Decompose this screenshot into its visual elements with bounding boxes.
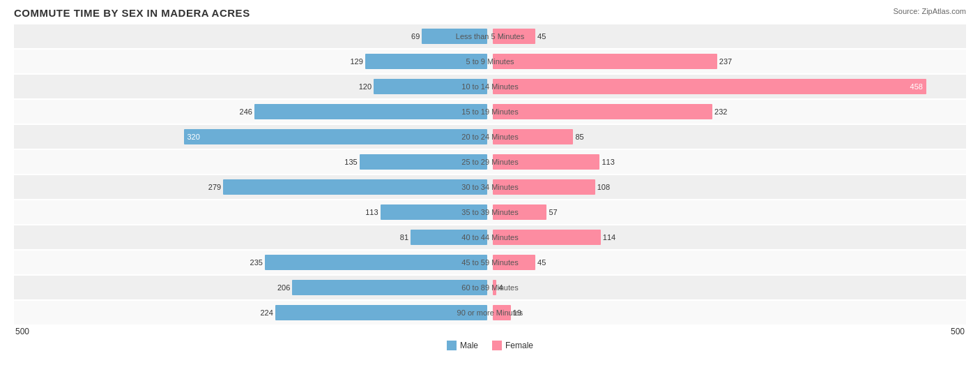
bars-area: 69Less than 5 Minutes451295 to 9 Minutes… [14,24,966,325]
female-bar: 4 [493,280,496,295]
left-section: 129 [14,50,490,73]
left-section: 279 [14,175,490,199]
female-value: 4 [498,283,503,292]
male-bar: 120 [374,79,487,94]
right-section: 458 [490,75,966,98]
female-bar: 458 [493,79,926,94]
female-bar: 232 [493,104,712,119]
male-value: 224 [260,308,273,317]
male-value: 320 [187,133,199,141]
bar-row: 27930 to 34 Minutes108 [14,175,966,199]
male-bar: 113 [381,204,487,220]
male-swatch [447,341,457,350]
chart-title: COMMUTE TIME BY SEX IN MADERA ACRES [14,7,966,19]
female-value: 85 [575,133,583,141]
right-section: 45 [490,24,966,48]
male-value: 113 [365,208,378,216]
male-bar: 69 [422,29,487,44]
female-bar: 45 [493,29,535,44]
axis-left: 500 [15,327,29,336]
left-section: 113 [14,200,490,224]
male-bar: 279 [223,179,487,195]
female-value: 114 [603,233,615,241]
female-value: 19 [513,308,521,317]
female-bar: 237 [493,54,717,69]
chart-container: COMMUTE TIME BY SEX IN MADERA ACRES Sour… [0,0,980,365]
bar-row: 11335 to 39 Minutes57 [14,200,966,224]
right-section: 232 [490,100,966,124]
male-bar: 235 [265,255,487,270]
male-value: 129 [350,57,362,66]
right-section: 114 [490,225,966,249]
male-value: 135 [344,158,357,166]
left-section: 224 [14,301,490,325]
male-value: 81 [400,233,408,241]
male-value: 279 [208,183,221,191]
bar-row: 22490 or more Minutes19 [14,301,966,325]
female-label: Female [505,341,533,350]
right-section: 19 [490,301,966,325]
axis-right: 500 [951,327,965,336]
left-section: 206 [14,276,490,299]
left-section: 320 [14,125,490,149]
right-section: 113 [490,150,966,174]
axis-labels: 500 500 [14,327,966,336]
bar-row: 13525 to 29 Minutes113 [14,150,966,174]
male-bar: 129 [365,54,487,69]
bar-row: 1295 to 9 Minutes237 [14,50,966,73]
male-bar: 206 [292,280,487,295]
male-bar: 246 [254,104,487,119]
bar-row: 23545 to 59 Minutes45 [14,251,966,274]
bar-row: 32020 to 24 Minutes85 [14,125,966,149]
left-section: 69 [14,24,490,48]
bar-row: 24615 to 19 Minutes232 [14,100,966,124]
male-bar: 320 [184,129,487,144]
male-value: 235 [250,258,263,267]
female-bar: 108 [493,179,595,195]
left-section: 120 [14,75,490,98]
female-swatch [492,341,502,350]
right-section: 237 [490,50,966,73]
female-bar: 114 [493,230,601,245]
right-section: 4 [490,276,966,299]
right-section: 85 [490,125,966,149]
right-section: 57 [490,200,966,224]
male-bar: 224 [275,305,487,320]
female-bar: 85 [493,129,573,144]
legend-male: Male [447,341,478,350]
bar-row: 20660 to 89 Minutes4 [14,276,966,299]
male-value: 206 [277,283,290,292]
source-text: Source: ZipAtlas.com [893,7,966,15]
female-bar: 19 [493,305,511,320]
female-value: 45 [537,32,546,40]
female-value: 237 [719,57,732,66]
female-value: 458 [910,82,923,91]
female-bar: 57 [493,204,546,220]
bar-row: 12010 to 14 Minutes458 [14,75,966,98]
male-bar: 135 [360,154,487,170]
male-bar: 81 [411,230,487,245]
female-value: 108 [597,183,610,191]
female-value: 232 [714,107,727,116]
female-bar: 45 [493,255,535,270]
female-value: 45 [537,258,546,267]
bar-row: 8140 to 44 Minutes114 [14,225,966,249]
male-value: 246 [240,107,252,116]
right-section: 108 [490,175,966,199]
male-value: 120 [359,82,372,91]
female-bar: 113 [493,154,599,170]
male-value: 69 [411,32,420,40]
left-section: 235 [14,251,490,274]
legend: Male Female [14,341,966,350]
legend-female: Female [492,341,533,350]
left-section: 135 [14,150,490,174]
left-section: 246 [14,100,490,124]
male-label: Male [460,341,478,350]
left-section: 81 [14,225,490,249]
female-value: 113 [602,158,614,166]
right-section: 45 [490,251,966,274]
bar-row: 69Less than 5 Minutes45 [14,24,966,48]
female-value: 57 [549,208,557,216]
